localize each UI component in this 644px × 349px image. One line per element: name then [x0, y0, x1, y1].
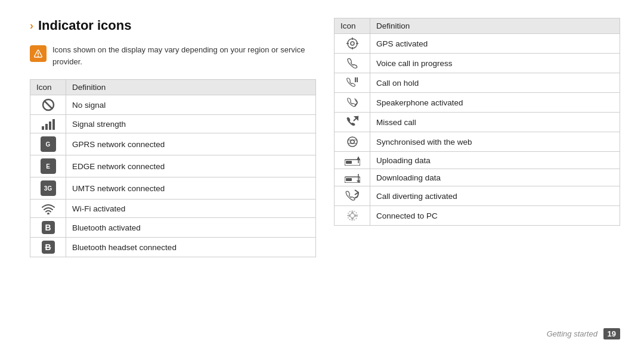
left-col-icon-header: Icon [30, 80, 66, 95]
icon-cell: B [30, 218, 66, 238]
chevron-icon: › [30, 20, 33, 32]
icon-cell: G [30, 133, 66, 155]
svg-point-9 [348, 39, 357, 48]
page-title: Indicator icons [38, 18, 131, 33]
svg-rect-23 [346, 161, 352, 164]
footer: Getting started 19 [547, 329, 620, 338]
left-col-def-header: Definition [66, 80, 316, 95]
definition-cell: UMTS network connected [66, 177, 316, 200]
table-row: B Bluetooth headset connected [30, 238, 316, 257]
definition-cell: Speakerphone activated [370, 93, 620, 113]
table-row: Wi-Fi activated [30, 200, 316, 218]
table-row: Downloading data [335, 169, 620, 186]
icon-cell [30, 200, 66, 218]
definition-cell: Uploading data [370, 152, 620, 169]
icon-cell [335, 93, 370, 113]
svg-rect-4 [42, 126, 44, 130]
svg-line-36 [352, 213, 355, 216]
footer-page: 19 [603, 328, 620, 339]
definition-cell: Voice call in progress [370, 54, 620, 73]
definition-cell: Wi-Fi activated [66, 200, 316, 218]
icon-cell [335, 34, 370, 54]
icon-cell [335, 206, 370, 226]
icon-cell [335, 113, 370, 132]
icon-cell [335, 152, 370, 169]
table-row: B Bluetooth activated [30, 218, 316, 238]
svg-rect-27 [346, 178, 352, 181]
notice-box: Icons shown on the display may vary depe… [30, 44, 316, 67]
definition-cell: Missed call [370, 113, 620, 132]
svg-rect-6 [49, 121, 51, 130]
definition-cell: Signal strength [66, 115, 316, 133]
table-row: Call diverting activated [335, 186, 620, 206]
definition-cell: Call diverting activated [370, 186, 620, 206]
icon-cell [30, 115, 66, 133]
definition-cell: GPS activated [370, 34, 620, 54]
definition-cell: Synchronised with the web [370, 132, 620, 152]
section-title: › Indicator icons [30, 18, 316, 33]
table-row: Connected to PC [335, 206, 620, 226]
svg-line-3 [44, 101, 52, 109]
icon-cell [335, 186, 370, 206]
icon-cell [335, 132, 370, 152]
svg-point-19 [348, 137, 357, 147]
svg-point-10 [351, 42, 354, 45]
icon-cell: B [30, 238, 66, 257]
definition-cell: Connected to PC [370, 206, 620, 226]
right-col-def-header: Definition [370, 18, 620, 34]
definition-cell: No signal [66, 95, 316, 115]
svg-line-35 [349, 213, 352, 216]
svg-line-38 [352, 216, 355, 219]
icon-cell: 3G [30, 177, 66, 200]
left-column: › Indicator icons Icons shown on the dis… [30, 18, 316, 331]
table-row: Synchronised with the web [335, 132, 620, 152]
svg-rect-5 [45, 124, 48, 130]
table-row: Missed call [335, 113, 620, 132]
icon-cell [335, 54, 370, 73]
table-row: Speakerphone activated [335, 93, 620, 113]
table-row: Signal strength [30, 115, 316, 133]
svg-point-8 [47, 213, 49, 214]
table-row: 3G UMTS network connected [30, 177, 316, 200]
footer-label: Getting started [547, 329, 597, 338]
notice-text: Icons shown on the display may vary depe… [52, 44, 316, 67]
table-row: Call on hold [335, 73, 620, 93]
table-row: G GPRS network connected [30, 133, 316, 155]
table-row: Uploading data [335, 152, 620, 169]
right-icon-table: Icon Definition GPS activated Voice call… [334, 18, 620, 226]
table-row: No signal [30, 95, 316, 115]
table-row: E EDGE network connected [30, 155, 316, 177]
icon-cell [335, 73, 370, 93]
icon-cell: E [30, 155, 66, 177]
svg-rect-7 [52, 119, 55, 130]
definition-cell: Bluetooth headset connected [66, 238, 316, 257]
definition-cell: Bluetooth activated [66, 218, 316, 238]
definition-cell: GPRS network connected [66, 133, 316, 155]
svg-point-1 [38, 55, 39, 57]
left-icon-table: Icon Definition No signal Signal strengt… [30, 79, 316, 257]
definition-cell: Call on hold [370, 73, 620, 93]
definition-cell: EDGE network connected [66, 155, 316, 177]
table-row: GPS activated [335, 34, 620, 54]
right-column: Icon Definition GPS activated Voice call… [334, 18, 620, 331]
notice-icon [30, 45, 47, 62]
svg-line-37 [349, 216, 352, 219]
table-row: Voice call in progress [335, 54, 620, 73]
icon-cell [30, 95, 66, 115]
definition-cell: Downloading data [370, 169, 620, 186]
right-col-icon-header: Icon [335, 18, 370, 34]
icon-cell [335, 169, 370, 186]
